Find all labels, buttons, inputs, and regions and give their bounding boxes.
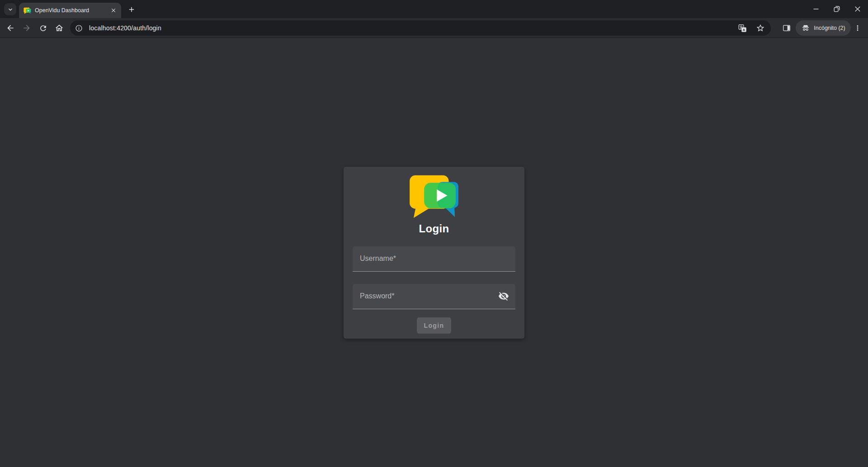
plus-icon — [127, 5, 136, 14]
tab-search-button[interactable] — [4, 3, 16, 15]
omnibox-actions — [736, 22, 766, 34]
minimize-button[interactable] — [806, 0, 826, 18]
translate-button[interactable] — [736, 22, 748, 34]
chevron-down-icon — [7, 6, 14, 13]
username-field[interactable] — [353, 246, 515, 272]
restore-button[interactable] — [826, 0, 847, 18]
reload-button[interactable] — [36, 21, 50, 35]
toggle-password-visibility-button[interactable] — [495, 288, 512, 304]
tab-strip: OpenVidu Dashboard — [0, 0, 868, 18]
browser-menu-button[interactable] — [851, 21, 864, 35]
browser-tab-openvidu-dashboard[interactable]: OpenVidu Dashboard — [19, 3, 121, 18]
back-button[interactable] — [3, 21, 18, 35]
window-controls — [806, 0, 868, 18]
username-input[interactable] — [360, 255, 508, 263]
home-icon — [55, 24, 64, 33]
openvidu-favicon-icon — [24, 7, 31, 14]
eye-off-icon — [498, 291, 509, 302]
minimize-icon — [811, 4, 821, 14]
page-content: Login Login — [0, 38, 868, 467]
translate-icon — [738, 24, 747, 33]
close-window-button[interactable] — [847, 0, 868, 18]
browser-toolbar: localhost:4200/auth/login — [0, 18, 868, 38]
address-bar[interactable]: localhost:4200/auth/login — [70, 20, 771, 36]
side-panel-button[interactable] — [779, 21, 794, 35]
kebab-menu-icon — [854, 24, 862, 32]
arrow-back-icon — [6, 24, 15, 33]
password-input[interactable] — [360, 292, 508, 300]
incognito-label: Incógnito (2) — [814, 25, 845, 31]
url-text: localhost:4200/auth/login — [89, 24, 736, 32]
arrow-forward-icon — [22, 24, 31, 33]
close-icon — [110, 7, 117, 14]
refresh-icon — [39, 24, 47, 33]
restore-icon — [832, 4, 842, 14]
close-icon — [853, 4, 863, 14]
site-info-button[interactable] — [73, 22, 85, 34]
home-button[interactable] — [52, 21, 66, 35]
password-field[interactable] — [353, 284, 515, 309]
tab-close-button[interactable] — [109, 6, 118, 14]
star-icon — [756, 24, 765, 33]
login-title: Login — [419, 222, 449, 235]
incognito-badge: Incógnito (2) — [796, 20, 851, 36]
login-form — [353, 246, 515, 309]
tab-title: OpenVidu Dashboard — [35, 7, 109, 14]
openvidu-logo — [409, 173, 459, 218]
login-card: Login Login — [344, 167, 524, 339]
new-tab-button[interactable] — [126, 4, 137, 15]
incognito-icon — [801, 24, 810, 33]
bookmark-button[interactable] — [755, 22, 766, 34]
info-icon — [75, 24, 83, 32]
forward-button[interactable] — [19, 21, 34, 35]
login-submit-button[interactable]: Login — [417, 317, 451, 334]
side-panel-icon — [782, 24, 791, 33]
